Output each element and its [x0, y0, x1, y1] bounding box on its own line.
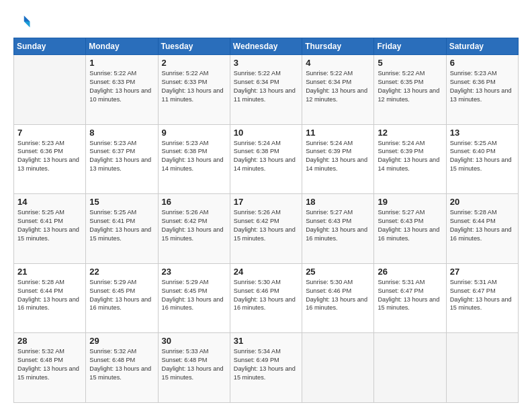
calendar-cell: 12Sunrise: 5:24 AM Sunset: 6:39 PM Dayli… [374, 124, 446, 194]
day-number: 23 [162, 267, 226, 277]
day-number: 4 [306, 58, 370, 68]
day-number: 7 [17, 128, 82, 138]
calendar-cell: 25Sunrise: 5:30 AM Sunset: 6:46 PM Dayli… [302, 263, 374, 333]
day-info: Sunrise: 5:24 AM Sunset: 6:39 PM Dayligh… [306, 139, 370, 174]
calendar-cell [374, 333, 446, 403]
day-info: Sunrise: 5:23 AM Sunset: 6:36 PM Dayligh… [450, 69, 515, 104]
calendar-cell: 1Sunrise: 5:22 AM Sunset: 6:33 PM Daylig… [86, 55, 158, 125]
calendar-header-row: SundayMondayTuesdayWednesdayThursdayFrid… [14, 38, 519, 55]
day-number: 2 [162, 58, 226, 68]
day-number: 17 [234, 197, 298, 207]
day-number: 19 [378, 197, 442, 207]
day-number: 12 [378, 128, 442, 138]
calendar-cell: 5Sunrise: 5:22 AM Sunset: 6:35 PM Daylig… [374, 55, 446, 125]
day-number: 24 [234, 267, 298, 277]
calendar-week-3: 14Sunrise: 5:25 AM Sunset: 6:41 PM Dayli… [14, 194, 519, 264]
day-number: 25 [306, 267, 370, 277]
calendar-week-1: 1Sunrise: 5:22 AM Sunset: 6:33 PM Daylig… [14, 55, 519, 125]
day-number: 27 [450, 267, 515, 277]
day-info: Sunrise: 5:31 AM Sunset: 6:47 PM Dayligh… [378, 278, 442, 313]
calendar-cell: 15Sunrise: 5:25 AM Sunset: 6:41 PM Dayli… [86, 194, 158, 264]
day-number: 13 [450, 128, 515, 138]
calendar-cell [14, 55, 86, 125]
page: SundayMondayTuesdayWednesdayThursdayFrid… [0, 0, 532, 411]
calendar-cell: 30Sunrise: 5:33 AM Sunset: 6:48 PM Dayli… [158, 333, 230, 403]
day-info: Sunrise: 5:33 AM Sunset: 6:48 PM Dayligh… [162, 347, 226, 382]
calendar-cell: 19Sunrise: 5:27 AM Sunset: 6:43 PM Dayli… [374, 194, 446, 264]
day-number: 31 [234, 336, 298, 346]
calendar-cell: 21Sunrise: 5:28 AM Sunset: 6:44 PM Dayli… [14, 263, 86, 333]
day-number: 5 [378, 58, 442, 68]
calendar-cell: 9Sunrise: 5:23 AM Sunset: 6:38 PM Daylig… [158, 124, 230, 194]
calendar-cell: 14Sunrise: 5:25 AM Sunset: 6:41 PM Dayli… [14, 194, 86, 264]
day-info: Sunrise: 5:26 AM Sunset: 6:42 PM Dayligh… [234, 208, 298, 243]
day-info: Sunrise: 5:30 AM Sunset: 6:46 PM Dayligh… [234, 278, 298, 313]
day-info: Sunrise: 5:22 AM Sunset: 6:33 PM Dayligh… [162, 69, 226, 104]
day-info: Sunrise: 5:23 AM Sunset: 6:38 PM Dayligh… [162, 139, 226, 174]
calendar-cell: 13Sunrise: 5:25 AM Sunset: 6:40 PM Dayli… [446, 124, 518, 194]
calendar-cell: 24Sunrise: 5:30 AM Sunset: 6:46 PM Dayli… [230, 263, 302, 333]
calendar-cell: 20Sunrise: 5:28 AM Sunset: 6:44 PM Dayli… [446, 194, 518, 264]
day-number: 22 [89, 267, 154, 277]
calendar-cell: 16Sunrise: 5:26 AM Sunset: 6:42 PM Dayli… [158, 194, 230, 264]
calendar-header-friday: Friday [374, 38, 446, 55]
calendar-cell [302, 333, 374, 403]
calendar-header-tuesday: Tuesday [158, 38, 230, 55]
day-info: Sunrise: 5:24 AM Sunset: 6:39 PM Dayligh… [378, 139, 442, 174]
day-info: Sunrise: 5:27 AM Sunset: 6:43 PM Dayligh… [306, 208, 370, 243]
calendar-cell: 2Sunrise: 5:22 AM Sunset: 6:33 PM Daylig… [158, 55, 230, 125]
day-number: 20 [450, 197, 515, 207]
calendar-week-2: 7Sunrise: 5:23 AM Sunset: 6:36 PM Daylig… [14, 124, 519, 194]
calendar-cell [446, 333, 518, 403]
calendar-cell: 23Sunrise: 5:29 AM Sunset: 6:45 PM Dayli… [158, 263, 230, 333]
calendar-header-thursday: Thursday [302, 38, 374, 55]
svg-marker-0 [24, 15, 30, 21]
svg-marker-1 [24, 21, 30, 28]
day-number: 28 [17, 336, 82, 346]
day-info: Sunrise: 5:22 AM Sunset: 6:35 PM Dayligh… [378, 69, 442, 104]
calendar-cell: 31Sunrise: 5:34 AM Sunset: 6:49 PM Dayli… [230, 333, 302, 403]
calendar-cell: 11Sunrise: 5:24 AM Sunset: 6:39 PM Dayli… [302, 124, 374, 194]
calendar-header-saturday: Saturday [446, 38, 518, 55]
day-info: Sunrise: 5:23 AM Sunset: 6:37 PM Dayligh… [89, 139, 154, 174]
calendar-header-monday: Monday [86, 38, 158, 55]
day-info: Sunrise: 5:22 AM Sunset: 6:34 PM Dayligh… [234, 69, 298, 104]
day-number: 16 [162, 197, 226, 207]
calendar-cell: 8Sunrise: 5:23 AM Sunset: 6:37 PM Daylig… [86, 124, 158, 194]
day-info: Sunrise: 5:23 AM Sunset: 6:36 PM Dayligh… [17, 139, 82, 174]
day-info: Sunrise: 5:34 AM Sunset: 6:49 PM Dayligh… [234, 347, 298, 382]
calendar-header-sunday: Sunday [14, 38, 86, 55]
calendar-cell: 27Sunrise: 5:31 AM Sunset: 6:47 PM Dayli… [446, 263, 518, 333]
calendar-cell: 26Sunrise: 5:31 AM Sunset: 6:47 PM Dayli… [374, 263, 446, 333]
day-number: 29 [89, 336, 154, 346]
calendar-cell: 18Sunrise: 5:27 AM Sunset: 6:43 PM Dayli… [302, 194, 374, 264]
day-number: 9 [162, 128, 226, 138]
day-info: Sunrise: 5:22 AM Sunset: 6:34 PM Dayligh… [306, 69, 370, 104]
calendar-table: SundayMondayTuesdayWednesdayThursdayFrid… [13, 38, 519, 403]
day-info: Sunrise: 5:25 AM Sunset: 6:41 PM Dayligh… [89, 208, 154, 243]
day-info: Sunrise: 5:29 AM Sunset: 6:45 PM Dayligh… [89, 278, 154, 313]
day-number: 1 [89, 58, 154, 68]
calendar-cell: 29Sunrise: 5:32 AM Sunset: 6:48 PM Dayli… [86, 333, 158, 403]
day-number: 6 [450, 58, 515, 68]
calendar-cell: 10Sunrise: 5:24 AM Sunset: 6:38 PM Dayli… [230, 124, 302, 194]
calendar-cell: 6Sunrise: 5:23 AM Sunset: 6:36 PM Daylig… [446, 55, 518, 125]
day-info: Sunrise: 5:28 AM Sunset: 6:44 PM Dayligh… [17, 278, 82, 313]
day-number: 18 [306, 197, 370, 207]
day-info: Sunrise: 5:29 AM Sunset: 6:45 PM Dayligh… [162, 278, 226, 313]
calendar-cell: 7Sunrise: 5:23 AM Sunset: 6:36 PM Daylig… [14, 124, 86, 194]
day-info: Sunrise: 5:30 AM Sunset: 6:46 PM Dayligh… [306, 278, 370, 313]
logo [13, 12, 34, 31]
calendar-cell: 4Sunrise: 5:22 AM Sunset: 6:34 PM Daylig… [302, 55, 374, 125]
header [13, 12, 519, 31]
svg-marker-2 [18, 15, 24, 21]
day-info: Sunrise: 5:24 AM Sunset: 6:38 PM Dayligh… [234, 139, 298, 174]
calendar-header-wednesday: Wednesday [230, 38, 302, 55]
day-info: Sunrise: 5:27 AM Sunset: 6:43 PM Dayligh… [378, 208, 442, 243]
calendar-cell: 28Sunrise: 5:32 AM Sunset: 6:48 PM Dayli… [14, 333, 86, 403]
day-number: 30 [162, 336, 226, 346]
day-number: 14 [17, 197, 82, 207]
day-number: 3 [234, 58, 298, 68]
calendar-week-4: 21Sunrise: 5:28 AM Sunset: 6:44 PM Dayli… [14, 263, 519, 333]
calendar-cell: 17Sunrise: 5:26 AM Sunset: 6:42 PM Dayli… [230, 194, 302, 264]
